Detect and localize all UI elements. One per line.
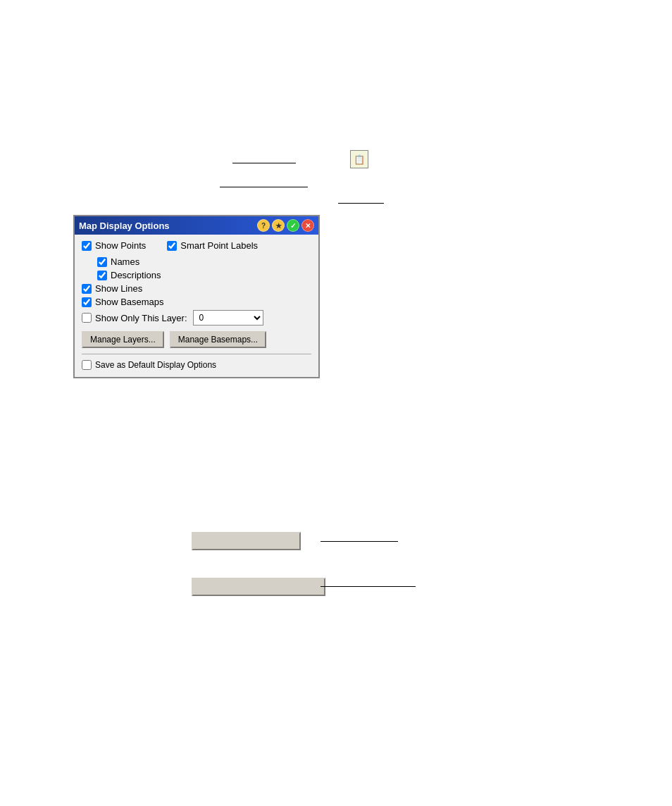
ok-button[interactable]: ✓	[287, 219, 299, 232]
names-label[interactable]: Names	[111, 256, 139, 267]
show-basemaps-label[interactable]: Show Basemaps	[95, 297, 164, 307]
ok-icon: ✓	[290, 222, 296, 230]
show-points-label[interactable]: Show Points	[95, 240, 146, 251]
show-points-checkbox[interactable]	[82, 241, 92, 251]
star-icon: ★	[275, 222, 282, 230]
show-basemaps-checkbox[interactable]	[82, 297, 92, 307]
help-button[interactable]: ?	[257, 219, 270, 232]
names-row: Names	[97, 256, 311, 267]
show-only-layer-checkbox[interactable]	[82, 313, 92, 323]
close-icon: ✕	[305, 222, 311, 230]
dialog-titlebar: Map Display Options ? ★ ✓ ✕	[75, 216, 318, 235]
manage-basemaps-button[interactable]: Manage Basemaps...	[170, 331, 266, 348]
show-only-layer-label[interactable]: Show Only This Layer:	[95, 313, 187, 323]
notebook-icon-glyph: 📋	[354, 154, 365, 165]
descriptions-label[interactable]: Descriptions	[111, 270, 161, 280]
help-icon: ?	[261, 222, 266, 230]
background-link-2	[220, 187, 308, 187]
show-lines-label[interactable]: Show Lines	[95, 283, 142, 294]
smart-point-labels-checkbox[interactable]	[167, 241, 177, 251]
background-button-2[interactable]	[192, 578, 325, 596]
show-lines-row: Show Lines	[82, 283, 311, 294]
manage-layers-button[interactable]: Manage Layers...	[82, 331, 164, 348]
show-lines-checkbox[interactable]	[82, 284, 92, 294]
show-points-row: Show Points	[82, 240, 146, 251]
dialog-title-buttons: ? ★ ✓ ✕	[257, 219, 314, 232]
background-link-4	[321, 541, 398, 542]
star-button[interactable]: ★	[272, 219, 285, 232]
show-only-layer-row: Show Only This Layer: 0	[82, 310, 311, 326]
save-default-checkbox[interactable]	[82, 360, 92, 370]
dialog-title: Map Display Options	[79, 221, 170, 231]
background-link-5	[321, 586, 416, 587]
layer-dropdown[interactable]: 0	[193, 310, 263, 326]
show-basemaps-row: Show Basemaps	[82, 297, 311, 307]
save-default-label[interactable]: Save as Default Display Options	[95, 360, 216, 370]
top-options-row: Show Points Smart Point Labels	[82, 240, 311, 254]
background-link-3	[338, 203, 384, 204]
smart-point-labels-row: Smart Point Labels	[167, 240, 258, 251]
map-display-options-dialog: Map Display Options ? ★ ✓ ✕ Show Points	[73, 215, 320, 378]
background-link-1	[232, 163, 296, 163]
save-default-row: Save as Default Display Options	[82, 360, 311, 370]
names-checkbox[interactable]	[97, 257, 107, 267]
descriptions-checkbox[interactable]	[97, 271, 107, 280]
notebook-icon[interactable]: 📋	[350, 150, 368, 168]
manage-buttons-row: Manage Layers... Manage Basemaps...	[82, 331, 311, 348]
close-button[interactable]: ✕	[301, 219, 314, 232]
separator	[82, 354, 311, 354]
dialog-body: Show Points Smart Point Labels Names Des…	[75, 235, 318, 377]
background-button-1[interactable]	[192, 532, 301, 550]
descriptions-row: Descriptions	[97, 270, 311, 280]
smart-point-labels-label[interactable]: Smart Point Labels	[180, 240, 258, 251]
